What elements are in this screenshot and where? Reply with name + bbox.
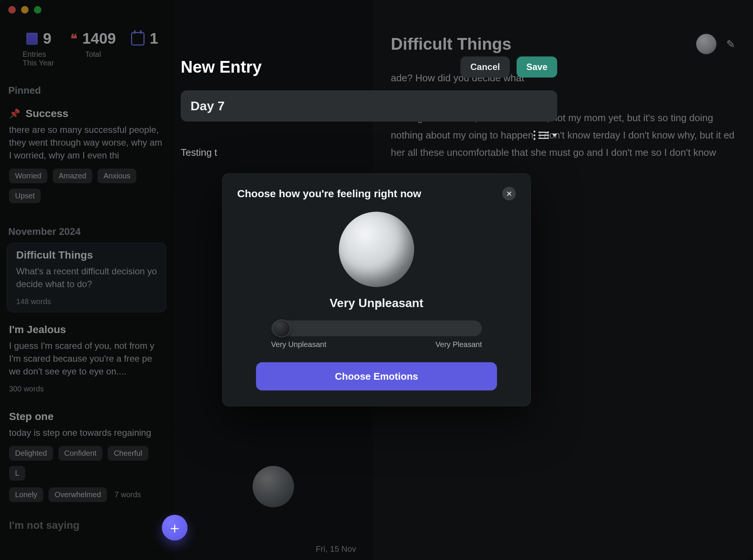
quote-icon: ❝ xyxy=(70,34,77,43)
add-entry-fab[interactable]: ＋ xyxy=(162,515,187,540)
mac-traffic-lights xyxy=(8,6,41,14)
entry-chips-row-2: Lonely Overwhelmed xyxy=(9,487,107,502)
section-month-title: November 2024 xyxy=(0,218,173,241)
stat-days-value: 1 xyxy=(150,30,158,47)
entry-title: Step one xyxy=(9,411,53,423)
mood-modal: Choose how you're feeling right now ✕ Ve… xyxy=(222,173,531,406)
entry-title: I'm not saying xyxy=(9,519,79,531)
entry-step-one[interactable]: Step one today is step one towards regai… xyxy=(0,405,173,508)
chip-cheerful[interactable]: Cheerful xyxy=(108,446,148,461)
month-list: Difficult Things What's a recent difficu… xyxy=(0,241,173,550)
entry-difficult-things[interactable]: Difficult Things What's a recent difficu… xyxy=(7,243,166,312)
plus-icon: ＋ xyxy=(167,520,182,535)
pinned-item-success[interactable]: 📌 Success there are so many successful p… xyxy=(0,102,173,209)
entry-preview: I guess I'm scared of you, not from y I'… xyxy=(9,339,164,378)
stat-entries: 9 Entries This Year xyxy=(23,30,55,67)
stat-words: ❝ 1409 Total xyxy=(70,30,116,67)
chip-confident[interactable]: Confident xyxy=(58,446,103,461)
sidebar: 9 Entries This Year ❝ 1409 Total xyxy=(0,0,174,560)
entry-not-saying[interactable]: I'm not saying xyxy=(0,513,173,541)
titlebar-close-icon[interactable] xyxy=(8,6,16,14)
detail-header: Difficult Things ✎ xyxy=(373,0,753,65)
entry-title-input[interactable]: Day 7 xyxy=(181,90,557,122)
entry-jealous[interactable]: I'm Jealous I guess I'm scared of you, n… xyxy=(0,318,173,399)
app-window: 9 Entries This Year ❝ 1409 Total xyxy=(0,0,753,560)
entry-meta: 7 words xyxy=(114,490,141,499)
chip-delighted[interactable]: Delighted xyxy=(9,446,53,461)
stat-words-value: 1409 xyxy=(82,30,116,47)
detail-title: Difficult Things xyxy=(391,35,511,53)
mood-orb xyxy=(339,212,414,287)
choose-emotions-button[interactable]: Choose Emotions xyxy=(256,362,497,391)
titlebar-zoom-icon[interactable] xyxy=(34,6,41,14)
chip-l[interactable]: L xyxy=(9,466,25,481)
list-style-button[interactable] xyxy=(534,131,557,140)
entry-chips: Delighted Confident Cheerful L xyxy=(9,446,164,481)
edit-icon[interactable]: ✎ xyxy=(726,38,735,50)
chevron-down-icon xyxy=(552,134,557,137)
slider-max-label: Very Pleasant xyxy=(436,340,482,349)
mood-slider[interactable] xyxy=(271,321,482,336)
chip-worried[interactable]: Worried xyxy=(9,169,47,183)
stat-days: 1 xyxy=(131,30,158,67)
save-button[interactable]: Save xyxy=(517,56,557,78)
cursor-icon: ↖ xyxy=(375,297,383,309)
mood-modal-title: Choose how you're feeling right now xyxy=(237,188,421,200)
pin-icon: 📌 xyxy=(9,108,20,119)
slider-labels: Very Unpleasant Very Pleasant xyxy=(271,340,482,349)
cancel-button[interactable]: Cancel xyxy=(460,56,510,78)
chip-lonely[interactable]: Lonely xyxy=(9,487,43,502)
calendar-icon xyxy=(131,32,145,46)
entry-preview: today is step one towards regaining xyxy=(9,426,164,439)
stat-days-label xyxy=(143,50,146,59)
chip-anxious[interactable]: Anxious xyxy=(98,169,136,183)
new-entry-title: New Entry xyxy=(181,58,262,76)
pinned-item-title: Success xyxy=(26,108,69,120)
entry-meta: 300 words xyxy=(9,385,164,393)
stat-entries-value: 9 xyxy=(43,30,51,47)
stat-entries-label: Entries This Year xyxy=(23,50,55,67)
close-icon[interactable]: ✕ xyxy=(502,187,516,201)
chip-overwhelmed[interactable]: Overwhelmed xyxy=(49,487,107,502)
pinned-item-preview: there are so many successful people, the… xyxy=(9,123,164,162)
pinned-item-chips: Worried Amazed Anxious Upset xyxy=(9,169,164,203)
chip-upset[interactable]: Upset xyxy=(9,189,41,203)
entry-preview: What's a recent difficult decision yo de… xyxy=(16,265,157,291)
editor-toolbar xyxy=(181,131,557,140)
entry-meta: 148 words xyxy=(16,297,157,306)
chip-amazed[interactable]: Amazed xyxy=(53,169,92,183)
slider-min-label: Very Unpleasant xyxy=(271,340,326,349)
entry-body-text[interactable]: Testing t xyxy=(181,147,217,158)
entry-title: I'm Jealous xyxy=(9,324,66,336)
entry-title: Difficult Things xyxy=(16,249,93,261)
mood-avatar-icon[interactable] xyxy=(696,34,716,54)
stat-words-label: Total xyxy=(85,50,101,59)
titlebar-minimize-icon[interactable] xyxy=(21,6,29,14)
section-pinned-title: Pinned xyxy=(0,77,173,100)
pinned-list: 📌 Success there are so many successful p… xyxy=(0,100,173,218)
book-icon xyxy=(26,33,38,45)
entry-date-footer: Fri, 15 Nov xyxy=(316,544,356,554)
entry-title-text: Day 7 xyxy=(191,99,225,113)
slider-thumb[interactable] xyxy=(273,320,290,337)
